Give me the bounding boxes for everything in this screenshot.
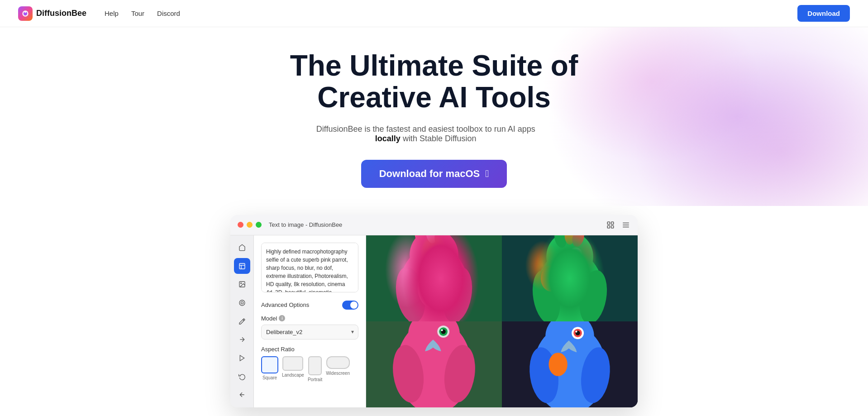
svg-point-28 — [438, 250, 439, 252]
svg-point-16 — [241, 301, 243, 304]
svg-point-34 — [546, 235, 593, 281]
hero-content: The Ultimate Suite of Creative AI Tools … — [290, 50, 578, 188]
image-cell-parrot-pink — [366, 235, 502, 321]
aspect-label-landscape: Landscape — [282, 373, 304, 378]
hero-section: The Ultimate Suite of Creative AI Tools … — [0, 27, 868, 206]
window-maximize-dot — [256, 222, 262, 228]
svg-point-20 — [399, 245, 469, 321]
nav-link-tour[interactable]: Tour — [131, 10, 144, 17]
sidebar-text-to-image-icon[interactable] — [234, 258, 250, 274]
nav-link-help[interactable]: Help — [105, 10, 119, 17]
sidebar-settings-icon[interactable] — [234, 387, 250, 403]
svg-rect-4 — [611, 222, 614, 224]
image-cell-parrot-green — [502, 235, 638, 321]
svg-point-2 — [24, 11, 26, 13]
aspect-options: Square Landscape Portrait Widescree — [261, 356, 358, 382]
sidebar-image-to-image-icon[interactable] — [234, 277, 250, 292]
aspect-label-portrait: Portrait — [308, 377, 322, 382]
svg-point-44 — [541, 265, 562, 292]
sidebar-pencil-icon[interactable] — [234, 332, 250, 348]
brand: DiffusionBee — [18, 6, 86, 21]
app-window: Text to image - DiffusionBee — [230, 215, 638, 407]
image-cell-bottom-left — [366, 321, 502, 407]
sidebar-transform-icon[interactable] — [234, 350, 250, 366]
window-body: Highly defined macrophotography selfie o… — [230, 235, 638, 407]
svg-point-27 — [437, 250, 443, 255]
window-controls — [238, 222, 262, 228]
model-select-wrapper: Deliberate_v2 — [261, 325, 358, 339]
svg-point-21 — [410, 235, 458, 281]
svg-point-52 — [441, 329, 443, 331]
window-title-text: Text to image - DiffusionBee — [269, 221, 342, 228]
window-minimize-dot — [247, 222, 253, 228]
svg-rect-3 — [607, 222, 610, 224]
model-info-icon[interactable]: i — [279, 315, 285, 321]
svg-point-43 — [576, 268, 611, 321]
brand-logo — [18, 6, 33, 21]
aspect-label-widescreen: Widescreen — [326, 371, 350, 376]
navbar: DiffusionBee Help Tour Discord Download — [0, 0, 868, 27]
svg-rect-19 — [366, 235, 502, 321]
aspect-ratio-label: Aspect Ratio — [261, 346, 358, 353]
toolbar-menu-icon[interactable] — [621, 220, 630, 230]
prompt-textarea[interactable]: Highly defined macrophotography selfie o… — [261, 243, 358, 292]
svg-rect-5 — [607, 225, 610, 228]
aspect-option-landscape[interactable]: Landscape — [282, 356, 304, 382]
hero-title: The Ultimate Suite of Creative AI Tools — [290, 50, 578, 114]
svg-point-40 — [573, 251, 578, 256]
control-panel: Highly defined macrophotography selfie o… — [254, 235, 366, 407]
svg-point-31 — [418, 267, 450, 309]
svg-point-41 — [573, 251, 575, 253]
svg-point-25 — [434, 246, 447, 259]
svg-rect-6 — [611, 225, 614, 228]
svg-point-36 — [565, 235, 575, 245]
aspect-option-portrait[interactable]: Portrait — [308, 356, 322, 382]
brand-name-text: DiffusionBee — [36, 9, 86, 18]
svg-point-64 — [548, 353, 567, 376]
svg-point-42 — [529, 268, 564, 321]
svg-point-38 — [570, 248, 582, 260]
window-close-dot — [238, 222, 243, 228]
nav-link-discord[interactable]: Discord — [157, 10, 180, 17]
svg-point-39 — [572, 249, 580, 258]
download-macos-button[interactable]: Download for macOS  — [361, 160, 507, 188]
model-row: Model i Deliberate_v2 — [261, 315, 358, 339]
nav-download-button[interactable]: Download — [797, 5, 850, 22]
aspect-box-widescreen — [326, 356, 350, 369]
app-window-wrapper: Text to image - DiffusionBee — [0, 206, 868, 407]
sidebar-history-icon[interactable] — [234, 368, 250, 384]
svg-point-35 — [553, 235, 568, 249]
svg-point-14 — [240, 283, 241, 284]
model-select[interactable]: Deliberate_v2 — [261, 325, 358, 339]
svg-point-24 — [433, 235, 450, 247]
window-titlebar: Text to image - DiffusionBee — [230, 215, 638, 235]
aspect-box-portrait — [308, 356, 322, 375]
aspect-option-widescreen[interactable]: Widescreen — [326, 356, 350, 382]
image-grid — [366, 235, 638, 407]
advanced-options-toggle[interactable] — [342, 301, 358, 310]
nav-links: Help Tour Discord — [105, 10, 180, 17]
sidebar-inpainting-icon[interactable] — [234, 295, 250, 311]
aspect-box-landscape — [282, 356, 303, 371]
aspect-box-square — [261, 356, 278, 373]
svg-point-30 — [439, 264, 476, 321]
window-toolbar — [606, 220, 630, 230]
hero-subtitle: DiffusionBee is the fastest and easiest … — [290, 124, 562, 143]
aspect-label-square: Square — [262, 375, 277, 380]
svg-point-26 — [435, 248, 445, 258]
image-cell-bottom-right — [502, 321, 638, 407]
svg-point-22 — [412, 235, 433, 250]
svg-rect-32 — [502, 235, 638, 321]
aspect-option-square[interactable]: Square — [261, 356, 278, 382]
app-sidebar — [230, 235, 254, 407]
download-macos-label: Download for macOS — [379, 168, 480, 180]
toolbar-history-icon[interactable] — [606, 220, 615, 230]
svg-point-29 — [392, 264, 429, 321]
svg-point-37 — [570, 235, 586, 248]
sidebar-brush-icon[interactable] — [234, 313, 250, 329]
advanced-options-label: Advanced Options — [261, 301, 309, 308]
svg-point-23 — [425, 235, 438, 244]
aspect-ratio-section: Aspect Ratio Square Landscape Portrai — [261, 346, 358, 382]
svg-point-45 — [554, 273, 571, 293]
sidebar-home-icon[interactable] — [234, 240, 250, 256]
